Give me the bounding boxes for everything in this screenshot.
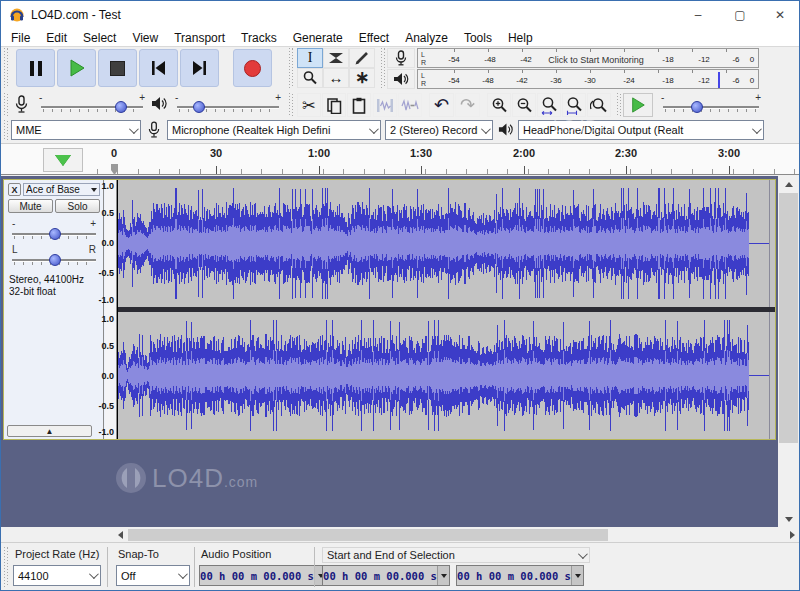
cut-button[interactable]: ✂ [297,93,321,117]
minimize-button[interactable]: – [681,2,715,28]
divider [107,547,108,587]
play-button[interactable] [57,49,96,87]
scroll-right-button[interactable] [785,528,799,542]
recording-channels-select[interactable]: 2 (Stereo) Recording Chai [385,120,493,140]
zoom-tool-button[interactable] [297,68,323,88]
scroll-left-button[interactable] [113,528,127,542]
record-button[interactable] [233,49,272,87]
undo-button[interactable]: ↶ [429,93,454,117]
pinned-play-head-button[interactable] [43,148,83,172]
ruler-minor-ticks [97,169,797,174]
menu-tools[interactable]: Tools [456,31,500,45]
audio-position-field[interactable]: 00 h 00 m 00.000 s [199,565,327,586]
waveform-channel-left[interactable] [117,180,775,307]
fit-selection-button[interactable] [537,93,561,117]
redo-button[interactable]: ↷ [455,93,480,117]
menu-generate[interactable]: Generate [285,31,351,45]
time-format-arrow-icon[interactable] [437,566,449,585]
recording-device-select[interactable]: Microphone (Realtek High Defini [167,120,381,140]
timeline-ruler[interactable]: 0 30 1:00 1:30 2:00 2:30 3:00 [1,143,799,175]
track-gain-thumb[interactable] [49,228,61,240]
zoom-out-button[interactable] [512,93,536,117]
recording-volume-thumb[interactable] [115,101,127,113]
menu-help[interactable]: Help [500,31,541,45]
close-button[interactable]: ✕ [763,2,797,28]
chevron-down-icon [129,124,139,134]
chevron-down-icon [752,124,762,134]
pan-left-label: L [12,244,18,255]
edit-toolbar-grip[interactable] [289,93,293,117]
selection-mode-select[interactable]: Start and End of Selection [322,547,590,563]
skip-to-start-button[interactable] [139,49,178,87]
paste-button[interactable] [347,93,371,117]
monitoring-text[interactable]: Click to Start Monitoring [548,55,644,65]
play-meter-speaker-icon[interactable] [387,69,415,89]
audio-host-select[interactable]: MME [11,120,141,140]
recording-meter[interactable]: L R -54 -48 -42 Click to Start Monitorin… [417,48,759,68]
zoom-in-button[interactable] [487,93,511,117]
track-pan-thumb[interactable] [49,254,61,266]
audio-position-label: Audio Position [201,548,271,560]
record-meter-mic-icon[interactable] [387,48,415,68]
track-collapse-button[interactable]: ▲ [7,425,92,437]
fit-project-button[interactable] [562,93,586,117]
menu-analyze[interactable]: Analyze [397,31,456,45]
vertical-scrollbar[interactable] [778,176,799,527]
slider-min-label: - [175,92,178,103]
meter-toolbar-grip[interactable] [381,48,385,88]
track-gain-slider[interactable]: - + [8,217,100,243]
copy-button[interactable] [322,93,346,117]
play-at-speed-button[interactable] [623,93,653,117]
skip-to-end-button[interactable] [180,49,219,87]
track-pan-slider[interactable]: L R [8,243,100,269]
play-speed-thumb[interactable] [691,101,703,113]
playback-device-select[interactable]: HeadPhone/Digital Output (Realt [518,120,764,140]
device-toolbar-grip[interactable] [4,120,8,140]
menu-transport[interactable]: Transport [166,31,233,45]
playback-meter[interactable]: L R -54 -48 -42 -36 -30 -24 -18 -12 -6 0 [417,69,759,89]
track-close-button[interactable]: X [8,183,21,196]
menu-view[interactable]: View [124,31,166,45]
maximize-button[interactable]: ▢ [723,2,757,28]
silence-audio-button[interactable] [398,93,422,117]
menu-effect[interactable]: Effect [351,31,397,45]
solo-button[interactable]: Solo [55,199,100,213]
scale-label: -0.5 [98,268,114,278]
mixer-toolbar-grip[interactable] [4,93,8,117]
track-name-menu[interactable]: Ace of Base [23,183,100,196]
tools-toolbar-grip[interactable] [289,48,293,88]
timeshift-tool-button[interactable]: ↔ [323,68,349,88]
vertical-scrollbar-thumb[interactable] [779,193,798,443]
selection-tool-button[interactable]: I [297,48,323,68]
zoom-toggle-button[interactable] [587,93,611,117]
project-rate-select[interactable]: 44100 [13,565,101,586]
menu-edit[interactable]: Edit [38,31,75,45]
transport-toolbar-grip[interactable] [4,48,8,88]
waveform-channel-right[interactable] [117,312,775,439]
playback-volume-thumb[interactable] [193,101,205,113]
scroll-down-button[interactable] [778,511,799,527]
scroll-up-button[interactable] [778,176,799,192]
menu-select[interactable]: Select [75,31,124,45]
trim-audio-button[interactable] [373,93,397,117]
time-format-arrow-icon[interactable] [571,566,583,585]
selection-toolbar-grip[interactable] [4,547,8,587]
multi-tool-button[interactable]: ∗ [349,68,375,88]
selection-end-field[interactable]: 00 h 00 m 00.000 s [456,565,584,586]
playback-volume-slider[interactable]: - + [173,92,283,116]
horizontal-scrollbar-thumb[interactable] [128,529,608,541]
mute-button[interactable]: Mute [8,199,53,213]
selection-start-field[interactable]: 00 h 00 m 00.000 s [322,565,450,586]
stop-button[interactable] [98,49,137,87]
horizontal-scrollbar[interactable] [113,528,799,542]
menu-file[interactable]: File [3,31,38,45]
play-at-speed-grip[interactable] [617,93,621,117]
draw-tool-button[interactable] [349,48,375,68]
menu-tracks[interactable]: Tracks [233,31,285,45]
recording-volume-slider[interactable]: - + [37,92,147,116]
snap-to-select[interactable]: Off [116,565,190,586]
play-speed-slider[interactable]: - + [659,92,763,116]
meter-tick-label: -18 [662,55,674,64]
pause-button[interactable] [16,49,55,87]
envelope-tool-button[interactable] [323,48,349,68]
